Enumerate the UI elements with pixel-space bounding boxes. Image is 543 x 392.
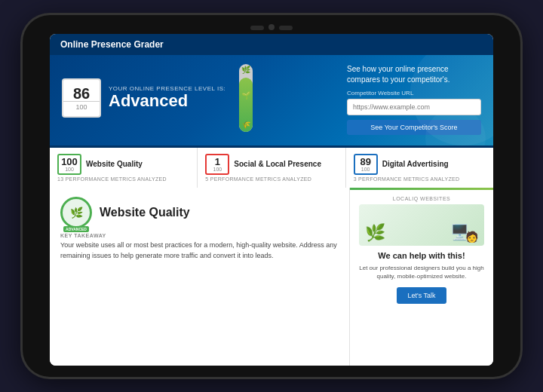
metrics-row: 100 100 Website Quality 13 Performance M… bbox=[50, 145, 493, 188]
promo-cta-button[interactable]: Let's Talk bbox=[397, 287, 446, 304]
promo-image-area: 🌿 🖥️ 🧑 bbox=[359, 204, 484, 246]
competitor-url-input[interactable] bbox=[347, 99, 481, 115]
app-header: Online Presence Grader bbox=[50, 34, 493, 55]
metric-score-box-website-quality: 100 100 bbox=[57, 154, 81, 175]
wq-badge: 🌿 ADVANCED bbox=[60, 197, 92, 228]
metric-denom-social: 100 bbox=[213, 167, 222, 172]
hero-left: 86 100 Your Online Presence Level Is: Ad… bbox=[62, 64, 338, 132]
promo-panel: LOCALIQ WEBSITES 🌿 🖥️ 🧑 We can help with… bbox=[350, 188, 493, 366]
level-container: Your Online Presence Level Is: Advanced bbox=[109, 85, 225, 110]
metric-score-box-digital: 89 100 bbox=[354, 154, 378, 175]
metric-score-box-social: 1 100 bbox=[205, 154, 229, 175]
level-value: Advanced bbox=[109, 92, 225, 110]
wq-badge-leaf-icon: 🌿 bbox=[70, 207, 83, 219]
tablet-screen: Online Presence Grader 86 100 Your Onlin… bbox=[50, 34, 493, 366]
tablet-speaker-right bbox=[279, 26, 293, 30]
overall-score-box: 86 100 bbox=[62, 78, 101, 118]
metric-denom-website-quality: 100 bbox=[65, 167, 74, 172]
wq-takeaway-text: Your website uses all or most best pract… bbox=[60, 240, 339, 261]
metric-analyzed-digital: 3 Performance Metrics Analyzed bbox=[354, 176, 486, 182]
metric-name-social: Social & Local Presence bbox=[234, 160, 321, 169]
wq-badge-label: ADVANCED bbox=[63, 226, 89, 232]
bottom-section: 🌿 ADVANCED Website Quality KEY TAKEAWAY … bbox=[50, 188, 493, 366]
promo-top-bar bbox=[350, 188, 493, 190]
metric-score-website-quality: 100 bbox=[61, 157, 78, 167]
wq-title: Website Quality bbox=[100, 206, 190, 219]
wq-key-takeaway-label: KEY TAKEAWAY bbox=[60, 233, 339, 238]
metric-score-digital: 89 bbox=[360, 157, 370, 167]
promo-plant-icon: 🌿 bbox=[365, 223, 385, 243]
promo-brand: LOCALIQ WEBSITES bbox=[359, 196, 484, 201]
competitor-score-button[interactable]: See Your Competitor's Score bbox=[347, 120, 481, 135]
metric-name-website-quality: Website Quality bbox=[86, 160, 143, 169]
metric-top-website-quality: 100 100 Website Quality bbox=[57, 154, 189, 175]
metric-score-social: 1 bbox=[215, 157, 220, 167]
competitor-url-label: Competitor Website URL bbox=[347, 90, 481, 96]
gauge-container: 🌿 🌱 🌾 bbox=[239, 64, 253, 132]
metric-denom-digital: 100 bbox=[361, 167, 370, 172]
tablet-device: Online Presence Grader 86 100 Your Onlin… bbox=[23, 15, 520, 377]
metric-cell-social: 1 100 Social & Local Presence 5 Performa… bbox=[198, 148, 345, 188]
gauge-mid-icon: 🌱 bbox=[241, 91, 250, 100]
competitor-heading: See how your online presence compares to… bbox=[347, 64, 481, 85]
metric-analyzed-website-quality: 13 Performance Metrics Analyzed bbox=[57, 176, 189, 182]
metric-top-digital: 89 100 Digital Advertising bbox=[354, 154, 486, 175]
gauge-track: 🌿 🌱 🌾 bbox=[239, 64, 253, 132]
overall-score-denom: 100 bbox=[63, 101, 100, 111]
promo-heading: We can help with this! bbox=[359, 250, 484, 261]
gauge-top-icon: 🌿 bbox=[241, 66, 250, 74]
metric-top-social: 1 100 Social & Local Presence bbox=[205, 154, 337, 175]
metric-analyzed-social: 5 Performance Metrics Analyzed bbox=[205, 176, 337, 182]
hero-right: See how your online presence compares to… bbox=[338, 64, 481, 135]
metric-cell-website-quality: 100 100 Website Quality 13 Performance M… bbox=[50, 148, 198, 188]
tablet-camera bbox=[268, 24, 275, 30]
promo-person-icon: 🧑 bbox=[465, 231, 478, 243]
overall-score-value: 86 bbox=[73, 86, 90, 101]
app-title: Online Presence Grader bbox=[60, 39, 164, 50]
tablet-speaker-left bbox=[250, 26, 264, 30]
website-quality-panel: 🌿 ADVANCED Website Quality KEY TAKEAWAY … bbox=[50, 188, 350, 366]
wq-header: 🌿 ADVANCED Website Quality bbox=[60, 197, 339, 228]
promo-text: Let our professional designers build you… bbox=[359, 264, 484, 280]
gauge-bottom-icon: 🌾 bbox=[241, 121, 250, 129]
metric-name-digital: Digital Advertising bbox=[382, 160, 449, 169]
hero-section: 86 100 Your Online Presence Level Is: Ad… bbox=[50, 55, 493, 145]
metric-cell-digital: 89 100 Digital Advertising 3 Performance… bbox=[346, 148, 493, 188]
